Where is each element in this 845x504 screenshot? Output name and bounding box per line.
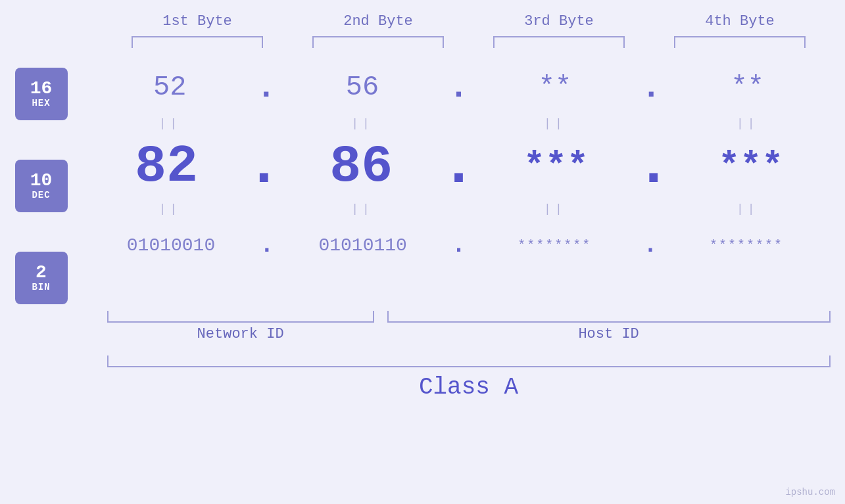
bin-val-1: 01010010 xyxy=(127,235,215,256)
sep-row-2: || || || || xyxy=(87,199,831,219)
hex-val-1: 52 xyxy=(153,72,186,103)
watermark: ipshu.com xyxy=(785,487,835,497)
sep2-1: || xyxy=(97,202,242,216)
full-bracket xyxy=(107,355,831,367)
bin-dot-1: . xyxy=(260,232,274,259)
hex-cell-2: 56 xyxy=(290,72,435,103)
dec-cell-2: 86 xyxy=(289,137,433,196)
main-content: 16 HEX 10 DEC 2 BIN 52 . 56 xyxy=(15,61,831,304)
bin-cell-1: 01010010 xyxy=(99,235,243,256)
top-brackets xyxy=(107,36,831,48)
bottom-brackets xyxy=(107,311,831,323)
bottom-section: Network ID Host ID Class A xyxy=(15,311,831,401)
sep1-4: || xyxy=(675,117,820,130)
hex-number: 16 xyxy=(30,80,53,98)
sep1-3: || xyxy=(483,117,627,130)
hex-name: HEX xyxy=(32,98,50,108)
hex-badge: 16 HEX xyxy=(15,68,68,120)
byte2-header: 2nd Byte xyxy=(306,13,450,30)
hex-row: 52 . 56 . ** . ** xyxy=(87,61,831,114)
bin-val-3: ******** xyxy=(518,238,591,253)
byte1-header: 1st Byte xyxy=(125,13,270,30)
hex-cell-3: ** xyxy=(483,72,627,103)
bracket-top-1 xyxy=(132,36,263,48)
bin-cell-3: ******** xyxy=(482,238,627,253)
bracket-top-2 xyxy=(312,36,444,48)
hex-val-4: ** xyxy=(731,72,764,103)
dec-row: 82 . 86 . *** . *** xyxy=(87,133,831,199)
rows-area: 52 . 56 . ** . ** || || xyxy=(87,61,831,271)
dec-val-2: 86 xyxy=(329,137,393,196)
sep2-4: || xyxy=(675,202,820,216)
bin-val-4: ******** xyxy=(710,238,783,253)
hex-dot-3: . xyxy=(641,69,661,106)
main-container: 1st Byte 2nd Byte 3rd Byte 4th Byte 16 H… xyxy=(0,0,845,504)
hex-cell-4: ** xyxy=(675,72,820,103)
hex-val-3: ** xyxy=(539,72,571,103)
byte3-header: 3rd Byte xyxy=(487,13,631,30)
dec-cell-4: *** xyxy=(679,146,823,187)
bin-badge: 2 BIN xyxy=(15,252,68,304)
class-label: Class A xyxy=(107,374,831,401)
byte-headers-row: 1st Byte 2nd Byte 3rd Byte 4th Byte xyxy=(107,13,831,30)
bracket-top-4 xyxy=(674,36,806,48)
dec-dot-2: . xyxy=(441,133,476,200)
dec-cell-1: 82 xyxy=(94,137,239,196)
sep-row-1: || || || || xyxy=(87,114,831,133)
sep2-2: || xyxy=(290,202,435,216)
bin-row: 01010010 . 01010110 . ******** . *******… xyxy=(87,219,831,271)
bin-dot-2: . xyxy=(452,232,466,259)
bin-val-2: 01010110 xyxy=(318,235,406,256)
host-id-label: Host ID xyxy=(387,326,831,342)
hex-cell-1: 52 xyxy=(97,72,242,103)
sep1-2: || xyxy=(290,117,435,130)
sep1-1: || xyxy=(97,117,242,130)
dec-val-4: *** xyxy=(718,146,783,187)
bin-number: 2 xyxy=(36,263,47,282)
dec-val-1: 82 xyxy=(135,137,198,196)
bracket-top-3 xyxy=(493,36,625,48)
bin-cell-4: ******** xyxy=(674,238,819,253)
hex-dot-2: . xyxy=(448,69,468,106)
bin-cell-2: 01010110 xyxy=(291,235,435,256)
dec-val-3: *** xyxy=(523,146,589,187)
byte4-header: 4th Byte xyxy=(667,13,812,30)
bottom-labels: Network ID Host ID xyxy=(107,326,831,342)
bracket-host xyxy=(387,311,831,323)
hex-dot-1: . xyxy=(256,69,276,106)
hex-val-2: 56 xyxy=(346,72,379,103)
dec-number: 10 xyxy=(30,172,53,190)
bracket-network xyxy=(107,311,374,323)
bin-name: BIN xyxy=(32,282,50,292)
dec-cell-3: *** xyxy=(484,146,629,187)
bin-dot-3: . xyxy=(643,232,658,259)
dec-name: DEC xyxy=(32,190,50,200)
dec-badge: 10 DEC xyxy=(15,160,68,212)
dec-dot-3: . xyxy=(636,133,671,200)
sep2-3: || xyxy=(483,202,627,216)
network-id-label: Network ID xyxy=(107,326,374,342)
dec-dot-1: . xyxy=(246,133,281,200)
base-labels: 16 HEX 10 DEC 2 BIN xyxy=(15,61,68,304)
